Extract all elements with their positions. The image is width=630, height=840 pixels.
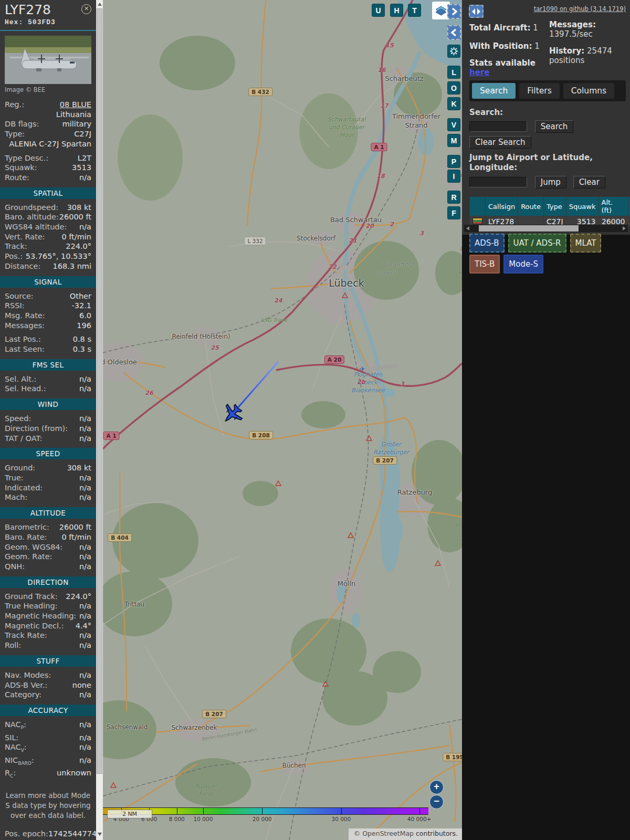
gear-icon [449,47,458,56]
filter-chip-uat-ads-r[interactable]: UAT / ADS-R [508,234,566,253]
jump-input[interactable] [469,177,527,187]
clear-search-button[interactable]: Clear Search [469,136,531,149]
map-button-p[interactable]: P [447,155,460,168]
data-row-value: 0 ft/min [61,532,91,542]
map-button-l[interactable]: L [447,66,460,79]
tab-search[interactable]: Search [472,83,516,99]
section-header: DIRECTION [0,576,96,588]
data-row-value: n/a [79,473,91,483]
tab-filters[interactable]: Filters [519,83,559,99]
column-header[interactable]: Callsign [486,197,518,216]
data-row-value: 0.8 s [73,334,91,344]
data-row-value: 0 ft/min [61,232,91,242]
column-header[interactable]: Route [518,197,544,216]
section-header: WIND [0,398,96,410]
data-row-label: TAT / OAT: [5,434,43,444]
data-row: Indicated:n/a [5,483,91,493]
hscroll-thumb[interactable] [479,225,579,232]
section-header: SPATIAL [0,187,96,199]
map-button-m[interactable]: M [447,134,460,147]
data-row-label: Messages: [5,321,45,331]
lithuania-flag-icon [472,218,482,224]
data-row-label: Track Rate: [5,631,47,640]
map-button-r[interactable]: R [447,191,460,204]
scroll-up-icon[interactable] [98,3,102,6]
left-scrollbar-thumb[interactable] [97,8,102,774]
stats-available: Stats available here [469,58,549,77]
stats-here-link[interactable]: here [469,68,489,77]
map-city-label: Stockelsdorf [297,235,335,243]
map-button-i[interactable]: I [447,170,460,183]
data-row-value: 0.3 s [73,344,91,354]
close-icon[interactable]: ✕ [81,4,91,14]
section-header: ALTITUDE [0,507,96,519]
history-stat: History: 25474 positions [549,46,627,65]
column-header[interactable]: Spd. [628,197,630,216]
country: Lithuania [56,110,91,120]
total-aircraft: Total Aircraft: 1 [469,23,549,33]
data-row-label: Baro. Rate: [5,532,47,542]
zoom-in-button[interactable]: + [429,780,444,794]
left-scrollbar[interactable] [96,0,103,840]
map-scale: 2 NM [107,810,152,818]
map-button-u[interactable]: U [372,4,385,17]
map-button-f[interactable]: F [447,206,460,219]
data-row: WGS84 altitude:n/a [5,222,91,232]
map-button-o[interactable]: O [447,81,460,94]
column-header[interactable]: Squawk [566,197,598,216]
data-row-value: n/a [79,222,91,232]
zoom-out-button[interactable]: − [429,795,444,809]
settings-button[interactable] [447,45,460,58]
type-value: C27J [74,129,91,139]
pos-epoch-label: Pos. epoch: [5,829,48,839]
data-row: True Heading:n/a [5,601,91,611]
motorway-exit-number: 24 [274,297,282,304]
expand-sidebar-button[interactable] [447,4,461,19]
sidebar-width-toggle[interactable] [469,5,484,18]
jump-clear-button[interactable]: Clear [573,176,605,188]
column-header[interactable] [470,197,486,216]
data-row-label: NACP: [5,720,26,733]
version-link[interactable]: tar1090 on github (3.14.1719) [534,5,626,13]
data-row: Ground Track:224.0° [5,592,91,602]
tab-columns[interactable]: Columns [563,83,614,99]
hscroll-left-icon[interactable] [466,226,469,230]
collapse-sidebar-button[interactable] [447,25,461,40]
section-header: SPEED [0,448,96,459]
filter-chip-mode-s[interactable]: Mode-S [503,255,543,274]
map-button-h[interactable]: H [390,4,403,17]
jump-button[interactable]: Jump [535,176,566,188]
map-canvas[interactable]: ✈ ScharbeutzTimmendorfer StrandBad Schwa… [103,0,462,840]
data-row: NACP:n/a [5,720,91,733]
scroll-down-icon[interactable] [98,833,102,836]
column-header[interactable]: Alt. (ft) [598,197,628,216]
data-row-label: Last Pos.: [5,334,41,344]
data-row-value: n/a [79,611,91,621]
search-input[interactable] [469,121,527,132]
filter-chip-tis-b[interactable]: TIS-B [469,255,500,274]
hscroll-right-icon[interactable] [623,226,626,230]
data-row: RSSI:-32.1 [5,301,91,311]
map-button-t[interactable]: T [408,4,421,17]
route-value: n/a [79,173,91,183]
list-hscrollbar[interactable] [464,225,628,232]
with-position: With Position: 1 [469,41,549,51]
registration-link[interactable]: 08 BLUE [60,100,91,109]
data-row: Direction (from):n/a [5,424,91,434]
search-button[interactable]: Search [535,120,574,133]
map-button-k[interactable]: K [447,97,460,110]
data-row-label: NICBARO: [5,755,34,769]
road-badge: B 208 [249,431,273,439]
legend-tick-label: 40 000+ [407,816,432,822]
data-row-value: n/a [79,640,91,650]
data-row-value: n/a [79,742,91,755]
pos-epoch-value: 1742544774 [48,829,96,839]
column-header[interactable]: Type [543,197,566,216]
motorway-exit-number: 15 [385,42,393,49]
filter-chip-mlat[interactable]: MLAT [570,234,602,253]
attribution-contributors: contributors. [416,830,458,837]
map-button-v[interactable]: V [447,118,460,131]
data-row-value: n/a [79,384,91,394]
attribution-osm[interactable]: © OpenStreetMap [354,830,416,837]
filter-chip-ads-b[interactable]: ADS-B [469,234,505,253]
